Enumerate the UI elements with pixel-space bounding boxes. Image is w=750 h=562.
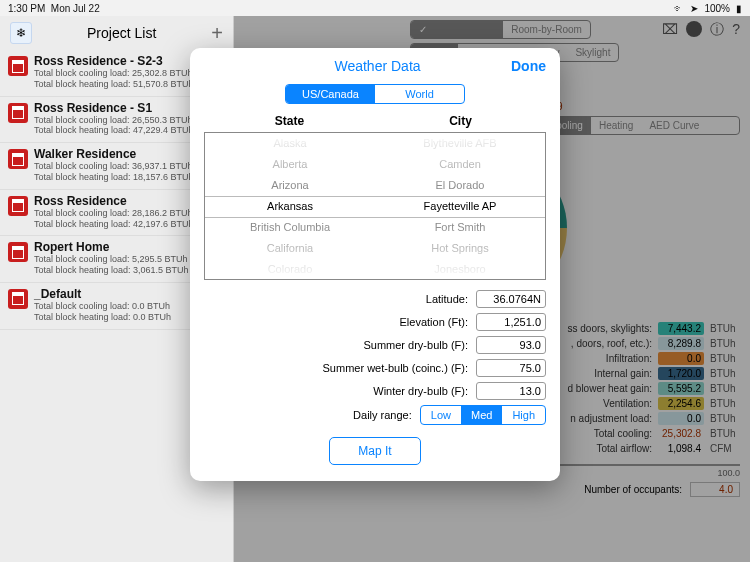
winter-dry-input[interactable]: [476, 382, 546, 400]
modal-title: Weather Data: [244, 58, 511, 74]
map-it-button[interactable]: Map It: [329, 437, 420, 465]
elevation-input[interactable]: [476, 313, 546, 331]
region-segment[interactable]: US/Canada World: [285, 84, 465, 104]
done-button[interactable]: Done: [511, 58, 546, 74]
weather-modal: Weather Data Done US/Canada World State …: [190, 48, 560, 481]
state-header: State: [204, 114, 375, 128]
location-picker[interactable]: AlaskaAlbertaArizonaArkansasBritish Colu…: [204, 132, 546, 280]
summer-wet-input[interactable]: [476, 359, 546, 377]
latitude-input[interactable]: [476, 290, 546, 308]
summer-dry-input[interactable]: [476, 336, 546, 354]
city-header: City: [375, 114, 546, 128]
modal-backdrop[interactable]: Weather Data Done US/Canada World State …: [0, 0, 750, 562]
daily-range-segment[interactable]: Low Med High: [420, 405, 546, 425]
